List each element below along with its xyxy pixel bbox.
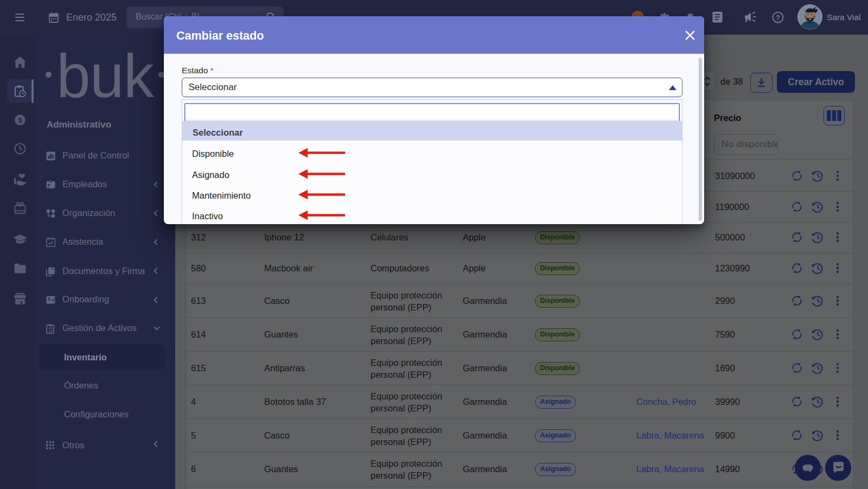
svg-text:$: $ [18, 116, 22, 124]
svg-text:?: ? [776, 14, 780, 22]
